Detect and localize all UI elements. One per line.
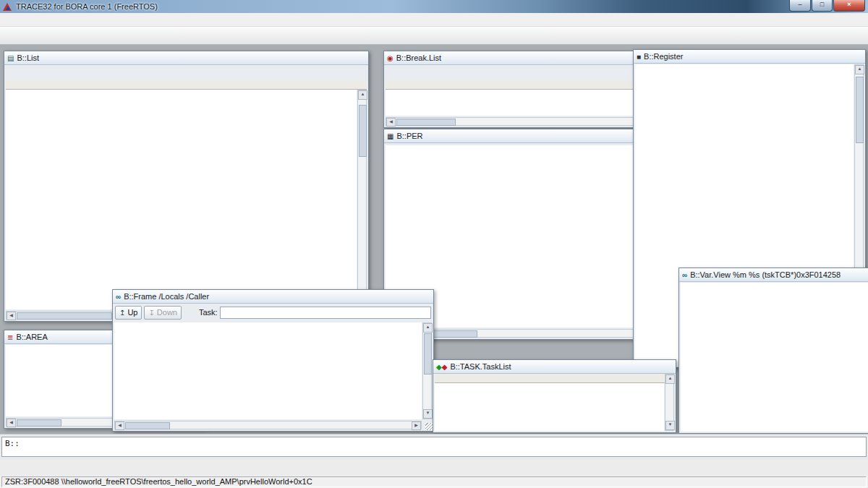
up-arrow-icon: ↥ bbox=[119, 309, 125, 317]
task-input[interactable] bbox=[220, 307, 431, 319]
main-toolbar bbox=[0, 27, 868, 45]
frame-toolbar: ↥Up ↧Down Task: bbox=[113, 304, 433, 321]
command-prompt: B:: bbox=[5, 439, 20, 448]
down-arrow-icon: ↧ bbox=[148, 309, 154, 317]
breakpoint-icon: ◉ bbox=[387, 54, 393, 62]
scroll-thumb[interactable] bbox=[856, 77, 864, 143]
tasks-icon: ◆◆ bbox=[436, 363, 447, 371]
frame-up-button[interactable]: ↥Up bbox=[115, 306, 142, 320]
window-list-titlebar[interactable]: ▤ B::List bbox=[4, 51, 368, 65]
scroll-thumb[interactable] bbox=[125, 422, 170, 429]
window-title: B::TASK.TaskList bbox=[450, 362, 673, 371]
scroll-thumb[interactable] bbox=[359, 105, 367, 157]
window-list[interactable]: ▤ B::List ▲ ▼ ◀ ▶ bbox=[4, 51, 369, 322]
scroll-up-arrow[interactable]: ▲ bbox=[358, 90, 367, 100]
window-register-titlebar[interactable]: ■ B::Register bbox=[634, 50, 865, 64]
window-frame[interactable]: ∞ B::Frame /Locals /Caller ↥Up ↧Down Tas… bbox=[112, 289, 434, 432]
trace32-logo-icon bbox=[3, 3, 12, 11]
resize-grip[interactable] bbox=[425, 423, 433, 430]
minimize-button[interactable]: – bbox=[789, 0, 811, 12]
code-listing[interactable] bbox=[6, 90, 357, 309]
vertical-scrollbar[interactable]: ▲ ▼ bbox=[357, 90, 367, 309]
command-input[interactable]: B:: bbox=[1, 437, 867, 457]
vertical-scrollbar[interactable]: ▲ ▼ bbox=[422, 322, 432, 419]
window-var-view-titlebar[interactable]: ∞ B::Var.View %m %s (tskTCB*)0x3F014258 bbox=[679, 268, 868, 282]
vertical-scrollbar[interactable]: ▲ ▼ bbox=[665, 374, 674, 431]
window-title: B::Frame /Locals /Caller bbox=[124, 292, 431, 301]
scroll-down-arrow[interactable]: ▼ bbox=[665, 421, 675, 430]
status-symbol-path: ZSR:3F000488 \\helloworld_freeRTOS\freer… bbox=[1, 476, 867, 487]
list-toolbar bbox=[4, 65, 368, 80]
scroll-thumb[interactable] bbox=[424, 333, 432, 374]
window-frame-titlebar[interactable]: ∞ B::Frame /Locals /Caller bbox=[113, 290, 433, 304]
scroll-left-arrow[interactable]: ◀ bbox=[7, 419, 16, 427]
chip-icon: ▦ bbox=[387, 132, 393, 140]
frame-down-button[interactable]: ↧Down bbox=[144, 306, 182, 320]
close-button[interactable]: × bbox=[833, 0, 865, 12]
document-icon: ≣ bbox=[7, 333, 13, 341]
list-column-header[interactable] bbox=[6, 80, 367, 90]
app-title: TRACE32 for BORA core 1 (FreeRTOS) bbox=[16, 2, 158, 11]
scroll-left-arrow[interactable]: ◀ bbox=[7, 312, 16, 320]
window-var-view[interactable]: ∞ B::Var.View %m %s (tskTCB*)0x3F014258 bbox=[678, 267, 868, 434]
list-icon: ▤ bbox=[7, 54, 14, 62]
window-title: B::List bbox=[17, 53, 366, 62]
window-tasklist[interactable]: ◆◆ B::TASK.TaskList ▲ ▼ bbox=[433, 359, 676, 433]
scroll-left-arrow[interactable]: ◀ bbox=[115, 421, 124, 430]
scroll-down-arrow[interactable]: ▼ bbox=[423, 409, 433, 419]
scroll-right-arrow[interactable]: ▶ bbox=[412, 421, 421, 430]
horizontal-scrollbar[interactable]: ◀ ▶ bbox=[114, 421, 422, 429]
scroll-thumb[interactable] bbox=[17, 419, 61, 427]
status-bar: ZSR:3F000488 \\helloworld_freeRTOS\freer… bbox=[0, 476, 868, 488]
memory-icon: ■ bbox=[637, 53, 641, 61]
scroll-up-arrow[interactable]: ▲ bbox=[423, 323, 433, 333]
variable-tree[interactable] bbox=[681, 283, 868, 432]
scroll-up-arrow[interactable]: ▲ bbox=[665, 374, 675, 384]
task-list[interactable] bbox=[435, 383, 664, 431]
softkey-bar bbox=[0, 460, 868, 476]
scroll-thumb[interactable] bbox=[17, 312, 112, 320]
stack-frame-list[interactable] bbox=[114, 322, 422, 419]
scroll-thumb[interactable] bbox=[396, 119, 456, 126]
glasses-icon: ∞ bbox=[682, 271, 687, 279]
window-tasklist-titlebar[interactable]: ◆◆ B::TASK.TaskList bbox=[433, 360, 676, 374]
menu-bar bbox=[0, 13, 868, 27]
mdi-area: ▤ B::List ▲ ▼ ◀ ▶ ◉ B::Break.List ◀ bbox=[0, 45, 868, 434]
maximize-button[interactable]: □ bbox=[812, 0, 833, 12]
app-titlebar[interactable]: TRACE32 for BORA core 1 (FreeRTOS) – □ × bbox=[0, 0, 868, 13]
task-column-header[interactable] bbox=[435, 374, 674, 383]
window-title: B::Register bbox=[644, 52, 863, 61]
glasses-icon: ∞ bbox=[116, 293, 121, 301]
scroll-up-arrow[interactable]: ▲ bbox=[855, 65, 864, 74]
scroll-left-arrow[interactable]: ◀ bbox=[386, 118, 396, 127]
trace32-application: { "window": {"title": "TRACE32 for BORA … bbox=[0, 0, 868, 488]
window-title: B::Var.View %m %s (tskTCB*)0x3F014258 bbox=[690, 270, 868, 279]
command-area: B:: bbox=[0, 434, 868, 460]
task-label: Task: bbox=[199, 308, 218, 317]
